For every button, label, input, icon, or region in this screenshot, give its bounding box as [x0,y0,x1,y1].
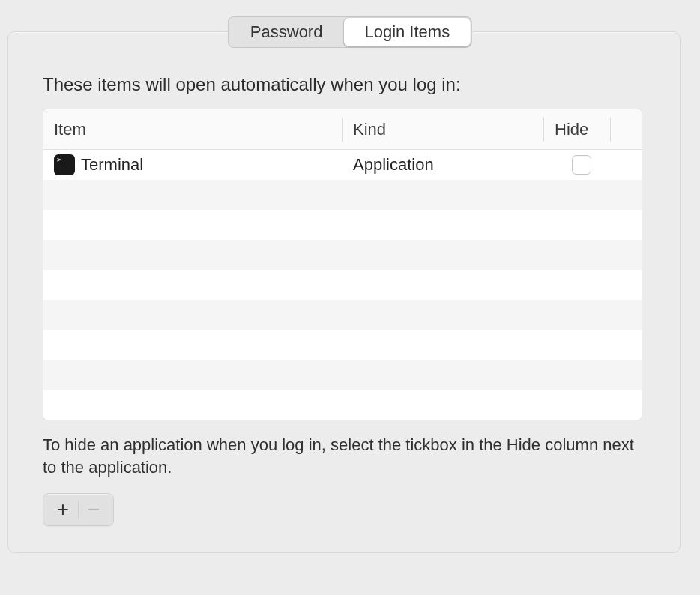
table-row-empty [43,390,642,420]
panel-heading: These items will open automatically when… [43,74,642,95]
cell-kind: Application [343,155,544,175]
table-row-empty [43,300,642,330]
minus-icon: − [88,498,100,522]
table-row-empty [43,210,642,240]
hide-checkbox[interactable] [572,155,591,175]
column-header-item[interactable]: Item [43,120,342,139]
table-row-empty [43,360,642,390]
table-body: Terminal Application [43,150,642,420]
login-items-table: Item Kind Hide Terminal Application [43,109,642,420]
column-header-kind[interactable]: Kind [343,120,543,139]
add-button[interactable]: + [48,494,78,525]
plus-icon: + [57,498,69,522]
table-header: Item Kind Hide [43,109,642,150]
table-row-empty [43,270,642,300]
table-row[interactable]: Terminal Application [43,150,642,180]
tab-bar: Password Login Items [228,16,472,48]
add-remove-button-group: + − [43,493,114,526]
item-name-label: Terminal [81,155,143,175]
cell-hide [544,155,619,175]
table-row-empty [43,330,642,360]
login-items-panel: These items will open automatically when… [7,31,681,553]
column-divider [610,118,611,142]
tab-login-items[interactable]: Login Items [343,18,471,46]
footer-help-text: To hide an application when you log in, … [43,434,642,478]
cell-item: Terminal [43,154,343,175]
table-row-empty [43,240,642,270]
table-row-empty [43,180,642,210]
column-header-hide[interactable]: Hide [544,120,610,139]
terminal-icon [54,154,75,175]
remove-button[interactable]: − [79,494,109,525]
tab-password[interactable]: Password [229,18,344,46]
